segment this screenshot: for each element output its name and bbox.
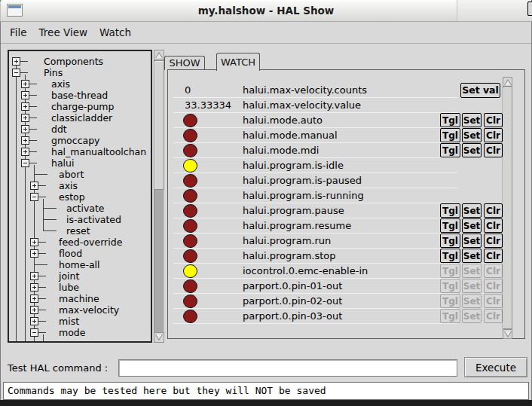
tree-expander-plus-icon[interactable] — [30, 238, 38, 246]
tree-expander-plus-icon[interactable] — [21, 125, 29, 133]
tree-item[interactable]: gmoccapy — [9, 135, 151, 146]
menu-watch[interactable]: Watch — [93, 26, 137, 38]
menu-tree-view[interactable]: Tree View — [33, 26, 93, 38]
tree-item[interactable]: axis — [9, 78, 151, 90]
clear-button[interactable]: Clr — [484, 218, 503, 233]
tree-item[interactable]: machine — [9, 293, 151, 304]
toggle-button[interactable]: Tgl — [440, 203, 460, 218]
clear-button[interactable]: Clr — [484, 203, 503, 218]
tree-item-label[interactable]: classicladder — [51, 112, 112, 124]
tree-expander-plus-icon[interactable] — [21, 148, 29, 156]
toggle-button[interactable]: Tgl — [440, 218, 460, 233]
tree-expander-plus-icon[interactable] — [30, 306, 38, 314]
tree-expander-plus-icon[interactable] — [30, 272, 38, 280]
scroll-up-icon[interactable] — [503, 77, 512, 87]
tree-expander-plus-icon[interactable] — [30, 317, 38, 325]
tree-item[interactable]: is-activated — [9, 214, 151, 225]
tree-expander-plus-icon[interactable] — [21, 136, 29, 145]
tree-item-label[interactable]: flood — [59, 248, 82, 259]
toggle-button[interactable]: Tgl — [440, 128, 460, 142]
tree-item[interactable]: flood — [9, 248, 151, 259]
clear-button[interactable]: Clr — [484, 249, 503, 263]
tree-item[interactable]: charge-pump — [9, 101, 151, 112]
tree-expander-minus-icon[interactable] — [21, 159, 29, 167]
set-button[interactable]: Set — [462, 234, 482, 248]
tree-item-label[interactable]: Pins — [44, 67, 63, 78]
execute-button[interactable]: Execute — [464, 357, 527, 377]
set-button[interactable]: Set — [462, 218, 482, 233]
tree-expander-plus-icon[interactable] — [12, 57, 20, 66]
tab-show[interactable]: SHOW — [164, 56, 205, 70]
toggle-button[interactable]: Tgl — [440, 113, 460, 127]
titlebar[interactable]: my.halshow - HAL Show ↑ − □ ✕ — [0, 0, 532, 22]
tree-item-label[interactable]: ddt — [51, 124, 67, 135]
tree-item-label[interactable]: feed-override — [59, 237, 122, 248]
menu-file[interactable]: File — [4, 26, 33, 38]
clear-button[interactable]: Clr — [484, 113, 503, 127]
tree-item-label[interactable]: home-all — [59, 259, 100, 270]
tree-item[interactable]: base-thread — [9, 90, 151, 101]
tree-item-label[interactable]: lube — [59, 282, 79, 293]
tree-item-label[interactable]: joint — [59, 270, 79, 282]
tree-expander-plus-icon[interactable] — [30, 283, 38, 292]
tree-item[interactable]: Components — [9, 56, 151, 67]
tree-expander-plus-icon[interactable] — [30, 295, 38, 303]
toggle-button[interactable]: Tgl — [440, 143, 460, 157]
tree-item-label[interactable]: gmoccapy — [51, 135, 100, 146]
tree-item[interactable]: max-velocity — [9, 304, 151, 316]
tree-item-label[interactable]: estop — [59, 191, 85, 203]
clear-button[interactable]: Clr — [484, 234, 503, 248]
tree-item-label[interactable]: max-velocity — [59, 304, 119, 316]
tree-expander-minus-icon[interactable] — [12, 69, 20, 77]
set-button[interactable]: Set — [462, 249, 482, 263]
tree-item[interactable]: joint — [9, 270, 151, 282]
tree-expander-plus-icon[interactable] — [30, 249, 38, 258]
scroll-down-icon[interactable] — [503, 329, 512, 339]
tree-item-label[interactable]: reset — [66, 225, 90, 237]
tree-item[interactable]: estop — [9, 191, 151, 203]
tree-item[interactable]: ddt — [9, 124, 151, 135]
tree-item-label[interactable]: axis — [51, 78, 70, 90]
tree-item-label[interactable]: mist — [59, 316, 79, 327]
set-button[interactable]: Set — [462, 143, 482, 157]
tree-expander-plus-icon[interactable] — [21, 80, 29, 88]
set-button[interactable]: Set — [462, 203, 482, 218]
tree-item[interactable]: abort — [9, 169, 151, 180]
tree-item-label[interactable]: abort — [59, 169, 84, 180]
toggle-button[interactable]: Tgl — [440, 249, 460, 263]
tree-item[interactable]: mode — [9, 327, 151, 338]
tree-item[interactable]: axis — [9, 180, 151, 191]
tree-item[interactable]: activate — [9, 203, 151, 214]
tree-item-label[interactable]: hal_manualtoolchan — [51, 146, 146, 157]
tree-item-label[interactable]: Components — [44, 56, 103, 67]
watch-scrollbar-thumb[interactable] — [503, 87, 512, 329]
tree-item-label[interactable]: is-activated — [66, 214, 121, 225]
tree-expander-plus-icon[interactable] — [21, 102, 29, 111]
tree-item[interactable]: mist — [9, 316, 151, 327]
watch-scrollbar[interactable] — [503, 77, 512, 339]
tree-item-label[interactable]: base-thread — [51, 90, 108, 101]
set-val-button[interactable]: Set val — [460, 83, 500, 98]
tree-item-label[interactable]: halui — [51, 157, 74, 169]
tree-item-label[interactable]: charge-pump — [51, 101, 114, 112]
tree-scrollbar-thumb[interactable] — [154, 60, 164, 190]
tab-watch[interactable]: WATCH — [216, 53, 260, 71]
scroll-up-icon[interactable] — [154, 50, 164, 60]
tree-item[interactable]: hal_manualtoolchan — [9, 146, 151, 157]
tree-expander-plus-icon[interactable] — [21, 91, 29, 99]
tree-expander-minus-icon[interactable] — [30, 328, 38, 337]
hal-command-input[interactable] — [118, 359, 457, 377]
tree-item-label[interactable]: activate — [66, 203, 105, 214]
tree-expander-plus-icon[interactable] — [21, 114, 29, 122]
tree-scrollbar[interactable] — [154, 50, 164, 343]
tree-item[interactable]: reset — [9, 225, 151, 237]
clear-button[interactable]: Clr — [484, 128, 503, 142]
tree-expander-plus-icon[interactable] — [30, 182, 38, 190]
tree-item[interactable]: lube — [9, 282, 151, 293]
toggle-button[interactable]: Tgl — [440, 234, 460, 248]
tree-item-label[interactable]: axis — [59, 180, 78, 191]
tree-item[interactable]: Pins — [9, 67, 151, 78]
scroll-down-icon[interactable] — [154, 332, 164, 343]
set-button[interactable]: Set — [462, 128, 482, 142]
tree-item[interactable]: classicladder — [9, 112, 151, 124]
